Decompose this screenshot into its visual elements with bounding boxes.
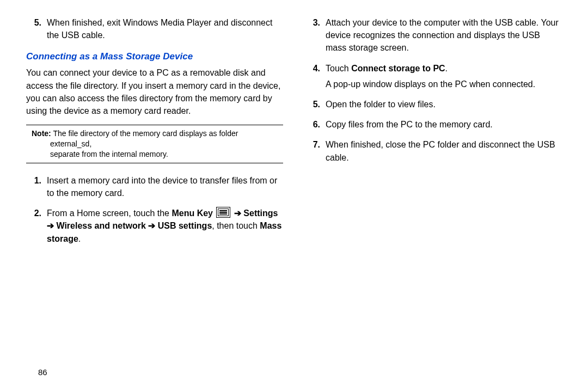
menu-key-icon	[216, 207, 230, 218]
step-number: 6.	[305, 118, 326, 131]
step-text: From a Home screen, touch the Menu Key ➔…	[47, 207, 283, 245]
step4-pre: Touch	[326, 64, 351, 73]
arrow-icon: ➔	[231, 209, 243, 218]
note-text-a: The file directory of the memory card di…	[50, 129, 238, 148]
step-number: 1.	[26, 174, 47, 199]
step-text: Attach your device to the computer with …	[326, 16, 562, 54]
note-box: Note: The file directory of the memory c…	[26, 125, 283, 163]
step4-sub: A pop-up window displays on the PC when …	[326, 79, 535, 89]
step2-usb: USB settings	[158, 221, 212, 230]
right-step-6: 6. Copy files from the PC to the memory …	[305, 118, 562, 131]
step-text: When finished, close the PC folder and d…	[326, 138, 562, 163]
step2-then: , then touch	[212, 221, 260, 230]
step-number: 2.	[26, 207, 47, 245]
step4-bold: Connect storage to PC	[351, 64, 445, 73]
right-step-4: 4. Touch Connect storage to PC. A pop-up…	[305, 62, 562, 90]
left-column: 5. When finished, exit Windows Media Pla…	[26, 16, 283, 253]
step-number: 3.	[305, 16, 326, 54]
left-step-1: 1. Insert a memory card into the device …	[26, 174, 283, 199]
step-text: When finished, exit Windows Media Player…	[47, 16, 283, 41]
step2-pre: From a Home screen, touch the	[47, 209, 171, 218]
step-number: 4.	[305, 62, 326, 90]
note-label: Note:	[32, 129, 51, 138]
section-heading: Connecting as a Mass Storage Device	[26, 51, 283, 62]
step2-settings: Settings	[243, 209, 278, 218]
step-text: Copy files from the PC to the memory car…	[326, 118, 562, 131]
right-step-7: 7. When finished, close the PC folder an…	[305, 138, 562, 163]
arrow-icon: ➔	[146, 221, 158, 230]
step-text: Insert a memory card into the device to …	[47, 174, 283, 199]
step-text: Open the folder to view files.	[326, 98, 562, 111]
step4-post: .	[445, 64, 448, 73]
step-number: 5.	[305, 98, 326, 111]
left-step-2: 2. From a Home screen, touch the Menu Ke…	[26, 207, 283, 245]
page-container: 5. When finished, exit Windows Media Pla…	[0, 0, 588, 253]
note-text-b: separate from the internal memory.	[28, 149, 281, 160]
step2-period: .	[78, 234, 81, 243]
right-column: 3. Attach your device to the computer wi…	[305, 16, 562, 253]
page-number: 86	[38, 367, 47, 377]
step2-menu-key: Menu Key	[171, 209, 213, 218]
step2-wireless: Wireless and network	[56, 221, 145, 230]
intro-paragraph: You can connect your device to a PC as a…	[26, 66, 283, 117]
right-step-5: 5. Open the folder to view files.	[305, 98, 562, 111]
arrow-icon: ➔	[47, 221, 56, 230]
step-number: 5.	[26, 16, 47, 41]
right-step-3: 3. Attach your device to the computer wi…	[305, 16, 562, 54]
step-number: 7.	[305, 138, 326, 163]
left-step-5: 5. When finished, exit Windows Media Pla…	[26, 16, 283, 41]
step-text: Touch Connect storage to PC. A pop-up wi…	[326, 62, 562, 90]
